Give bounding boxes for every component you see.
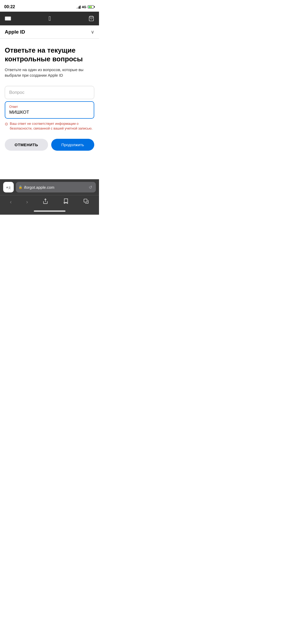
question-placeholder: Вопрос [9,90,24,95]
url-bar[interactable]: 🔒 iforgot.apple.com ↺ [16,182,96,192]
lock-icon: 🔒 [18,185,22,189]
signal-icon [77,5,81,9]
continue-button[interactable]: Продолжить [51,139,95,151]
reload-button[interactable]: ↺ [88,184,93,191]
bag-icon[interactable] [88,16,94,21]
bookmarks-button[interactable] [60,197,71,206]
answer-label: Ответ [9,105,90,109]
forward-button[interactable]: › [23,198,31,206]
error-icon: ⊙ [5,122,8,126]
main-content: Ответьте на текущие контрольные вопросы … [0,39,99,168]
status-icons: 4G ⚡ [77,5,95,9]
menu-button[interactable] [5,16,11,21]
browser-bar-area: A 文 🔒 iforgot.apple.com ↺ [0,179,99,195]
battery-icon: ⚡ [88,5,95,8]
page-subtitle: Ответьте на один из вопросов, которые вы… [5,67,94,78]
answer-value: МИШКОТ [9,110,90,115]
home-indicator [34,210,65,212]
question-field[interactable]: Вопрос [5,86,94,99]
tabs-button[interactable] [81,197,92,206]
page-title: Ответьте на текущие контрольные вопросы [5,46,94,63]
action-buttons: ОТМЕНИТЬ Продолжить [5,139,94,151]
cancel-button[interactable]: ОТМЕНИТЬ [5,139,48,151]
error-message: ⊙ Ваш ответ не соответствует информации … [5,121,94,131]
url-text: iforgot.apple.com [24,185,86,190]
apple-logo:  [49,15,51,22]
chevron-down-icon: ∨ [91,29,94,35]
apple-id-label: Apple ID [5,29,25,35]
back-button[interactable]: ‹ [7,198,15,206]
svg-text:A: A [6,186,8,189]
apple-id-section-header[interactable]: Apple ID ∨ [0,25,99,39]
network-type: 4G [82,5,86,9]
browser-bar: A 文 🔒 iforgot.apple.com ↺ [3,182,96,192]
svg-rect-5 [84,199,87,202]
nav-bar:  [0,12,99,25]
status-time: 00:22 [4,4,15,9]
share-button[interactable] [40,197,51,206]
home-indicator-area [0,208,99,215]
answer-field[interactable]: Ответ МИШКОТ [5,101,94,119]
svg-text:文: 文 [8,186,11,189]
browser-nav: ‹ › [0,195,99,208]
status-bar: 00:22 4G ⚡ [0,0,99,12]
error-text: Ваш ответ не соответствует информации о … [10,121,94,131]
translate-button[interactable]: A 文 [3,182,14,192]
